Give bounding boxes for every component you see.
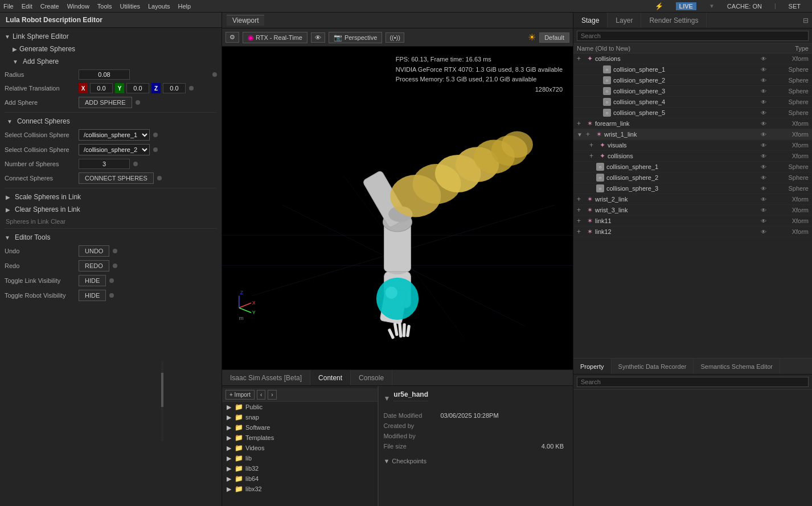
tree-item-lib64[interactable]: ▶ 📁 lib64 <box>222 474 378 484</box>
connect-spheres-button[interactable]: CONNECT SPHERES <box>79 172 154 184</box>
tree-label-public: Public <box>245 404 263 410</box>
tree-item-libx32[interactable]: ▶ 📁 libx32 <box>222 484 378 494</box>
eye-link11-icon[interactable]: 👁 <box>761 218 766 224</box>
tab-layer[interactable]: Layer <box>608 13 641 28</box>
redo-button[interactable]: REDO <box>79 260 109 271</box>
editor-tools-header[interactable]: ▼ Editor Tools <box>0 231 222 244</box>
stage-row-collisions-w1[interactable]: + ✦ collisions 👁 Xform <box>573 151 812 162</box>
audio-button[interactable]: ((•)) <box>386 32 404 43</box>
eye-collisions-icon[interactable]: 👁 <box>761 56 766 62</box>
stage-row-link12[interactable]: + ✶ link12 👁 Xform <box>573 227 812 237</box>
tree-item-videos[interactable]: ▶ 📁 Videos <box>222 443 378 453</box>
stage-row-wrist1[interactable]: ▼ + ✶ wrist_1_link 👁 Xform <box>573 129 812 140</box>
tree-item-snap[interactable]: ▶ 📁 snap <box>222 412 378 422</box>
eye-visuals-icon[interactable]: 👁 <box>761 142 766 149</box>
num-spheres-input[interactable] <box>79 159 130 169</box>
scale-spheres-header[interactable]: ▶ Scale Spheres in Link <box>0 191 222 203</box>
tree-item-software[interactable]: ▶ 📁 Software <box>222 422 378 433</box>
menu-item-edit[interactable]: Edit <box>22 3 32 10</box>
x-input[interactable] <box>90 83 113 93</box>
stage-filter-icon[interactable]: ⊟ <box>799 17 812 24</box>
import-button[interactable]: + Import <box>225 390 255 400</box>
eye-link12-icon[interactable]: 👁 <box>761 229 766 235</box>
tab-property[interactable]: Property <box>573 359 612 374</box>
stage-row-w1cs3[interactable]: ○ collision_sphere_3 👁 Sphere <box>573 183 812 194</box>
tree-item-public[interactable]: ▶ 📁 Public <box>222 402 378 412</box>
add-sphere-header[interactable]: ▼ Add Sphere <box>0 55 222 68</box>
stage-row-collisions-top[interactable]: + ✦ collisions 👁 Xform <box>573 54 812 64</box>
stage-row-w1cs1[interactable]: ○ collision_sphere_1 👁 Sphere <box>573 162 812 172</box>
tree-item-lib32[interactable]: ▶ 📁 lib32 <box>222 463 378 474</box>
tab-semantics[interactable]: Semantics Schema Editor <box>694 359 780 374</box>
menu-item-tools[interactable]: Tools <box>97 3 112 10</box>
radius-input[interactable] <box>79 69 130 80</box>
y-input[interactable] <box>126 83 149 93</box>
menu-item-create[interactable]: Create <box>40 3 59 10</box>
stage-row-cs3[interactable]: ○ collision_sphere_3 👁 Sphere <box>573 86 812 97</box>
checkpoints-header[interactable]: ▼ Checkpoints <box>383 456 568 466</box>
stage-row-cs5[interactable]: ○ collision_sphere_5 👁 Sphere <box>573 108 812 118</box>
eye-w1cs1-icon[interactable]: 👁 <box>761 164 766 170</box>
stage-row-forearm[interactable]: + ✶ forearm_link 👁 Xform <box>573 118 812 129</box>
add-sphere-button[interactable]: ADD SPHERE <box>79 97 132 108</box>
eye-w1cs2-icon[interactable]: 👁 <box>761 175 766 181</box>
menu-item-file[interactable]: File <box>3 3 14 10</box>
connect-spheres-header[interactable]: ▼ Connect Spheres <box>0 115 222 127</box>
link-sphere-editor-header[interactable]: ▼ Link Sphere Editor <box>0 30 222 43</box>
undo-button[interactable]: UNDO <box>79 245 109 257</box>
stage-row-cs2[interactable]: ○ collision_sphere_2 👁 Sphere <box>573 75 812 86</box>
tab-render-settings[interactable]: Render Settings <box>641 13 707 28</box>
generate-spheres-header[interactable]: ▶ Generate Spheres <box>0 43 222 55</box>
camera-button[interactable]: 📷 Perspective <box>329 32 382 43</box>
eye-wrist3-icon[interactable]: 👁 <box>761 207 766 213</box>
eye-cs5-icon[interactable]: 👁 <box>761 110 766 116</box>
eye-cs2-icon[interactable]: 👁 <box>761 77 766 84</box>
eye-w1cs3-icon[interactable]: 👁 <box>761 186 766 192</box>
eye-cs1-icon[interactable]: 👁 <box>761 67 766 73</box>
default-mode-button[interactable]: Default <box>539 32 569 43</box>
tree-item-templates[interactable]: ▶ 📁 Templates <box>222 433 378 443</box>
memory-text: Process Memory: 5.3 GiB used, 21.0 GiB a… <box>396 75 563 85</box>
property-search-input[interactable] <box>577 377 809 387</box>
select-sphere-1-dropdown[interactable]: /collision_sphere_1 <box>79 129 150 141</box>
eye-wrist2-icon[interactable]: 👁 <box>761 196 766 203</box>
tab-isaac-sim-assets[interactable]: Isaac Sim Assets [Beta] <box>222 370 310 385</box>
eye-forearm-icon[interactable]: 👁 <box>761 121 766 127</box>
viewport-tab-label[interactable]: Viewport <box>227 15 264 26</box>
stage-row-wrist3[interactable]: + ✶ wrist_3_link 👁 Xform <box>573 205 812 216</box>
select-sphere-2-dropdown[interactable]: /collision_sphere_2 <box>79 144 150 155</box>
eye-wrist1-icon[interactable]: 👁 <box>761 131 766 138</box>
stage-row-wrist2[interactable]: + ✶ wrist_2_link 👁 Xform <box>573 194 812 205</box>
menu-item-layouts[interactable]: Layouts <box>148 3 170 10</box>
stage-row-w1cs2[interactable]: ○ collision_sphere_2 👁 Sphere <box>573 172 812 183</box>
menu-item-window[interactable]: Window <box>67 3 89 10</box>
menu-bar: File Edit Create Window Tools Utilities … <box>0 0 812 13</box>
eye-cs4-icon[interactable]: 👁 <box>761 99 766 105</box>
eye-button[interactable]: 👁 <box>311 32 325 43</box>
stage-row-cs1[interactable]: ○ collision_sphere_1 👁 Sphere <box>573 64 812 75</box>
render-mode-button[interactable]: ◉ RTX - Real-Time <box>243 32 307 43</box>
viewport-area[interactable]: X Y Z m FPS: 60.13, Frame time: 16.63 ms… <box>222 47 573 369</box>
hide-link-button[interactable]: HIDE <box>79 275 106 286</box>
nav-fwd-button[interactable]: › <box>268 390 276 400</box>
clear-spheres-header[interactable]: ▶ Clear Spheres in Link <box>0 203 222 216</box>
stage-search-input[interactable] <box>577 31 809 41</box>
link-sphere-editor-label: Link Sphere Editor <box>13 32 69 40</box>
stage-row-cs4[interactable]: ○ collision_sphere_4 👁 Sphere <box>573 97 812 108</box>
menu-item-utilities[interactable]: Utilities <box>120 3 140 10</box>
settings-button[interactable]: ⚙ <box>225 32 239 43</box>
tab-stage[interactable]: Stage <box>573 13 608 28</box>
stage-row-visuals[interactable]: + ✦ visuals 👁 Xform <box>573 140 812 151</box>
tab-content[interactable]: Content <box>310 370 351 385</box>
eye-coll-w1-icon[interactable]: 👁 <box>761 153 766 159</box>
nav-back-button[interactable]: ‹ <box>257 390 265 400</box>
hide-robot-button[interactable]: HIDE <box>79 290 106 301</box>
expand-lib64-icon: ▶ <box>227 475 233 483</box>
menu-item-help[interactable]: Help <box>178 3 191 10</box>
tab-console[interactable]: Console <box>351 370 392 385</box>
tree-item-lib[interactable]: ▶ 📁 lib <box>222 453 378 463</box>
z-input[interactable] <box>163 83 186 93</box>
eye-cs3-icon[interactable]: 👁 <box>761 88 766 94</box>
tab-synthetic-data[interactable]: Synthetic Data Recorder <box>612 359 694 374</box>
stage-row-link11[interactable]: + ✶ link11 👁 Xform <box>573 216 812 227</box>
